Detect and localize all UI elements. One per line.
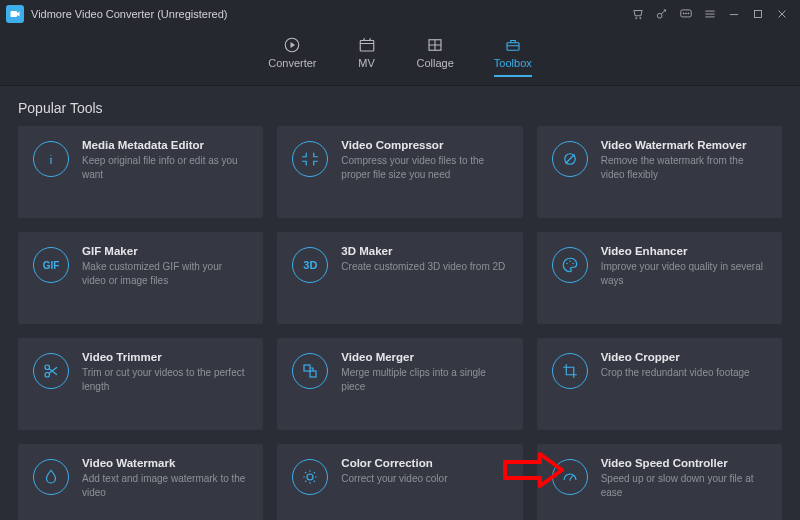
tool-desc: Add text and image watermark to the vide…: [82, 472, 248, 499]
tool-video-enhancer[interactable]: Video EnhancerImprove your video quality…: [537, 232, 782, 324]
gauge-icon: [552, 459, 588, 495]
scissors-icon: [33, 353, 69, 389]
tool-title: Video Cropper: [601, 351, 750, 363]
main-tabs: Converter MV Collage Toolbox: [0, 28, 800, 86]
tool-desc: Improve your video quality in several wa…: [601, 260, 767, 287]
svg-rect-19: [310, 371, 316, 377]
svg-point-11: [50, 155, 51, 156]
tool-video-merger[interactable]: Video MergerMerge multiple clips into a …: [277, 338, 522, 430]
palette-icon: [552, 247, 588, 283]
svg-rect-18: [304, 365, 310, 371]
svg-point-20: [307, 474, 313, 480]
tool-desc: Make customized GIF with your video or i…: [82, 260, 248, 287]
water-drop-icon: [33, 459, 69, 495]
tool-video-watermark[interactable]: Video WatermarkAdd text and image waterm…: [18, 444, 263, 520]
svg-rect-8: [360, 41, 374, 52]
tool-color-correction[interactable]: Color CorrectionCorrect your video color: [277, 444, 522, 520]
svg-point-5: [688, 13, 689, 14]
svg-point-17: [45, 373, 50, 378]
tool-video-cropper[interactable]: Video CropperCrop the redundant video fo…: [537, 338, 782, 430]
crop-icon: [552, 353, 588, 389]
feedback-icon[interactable]: [674, 0, 698, 28]
close-icon[interactable]: [770, 0, 794, 28]
tab-label: MV: [358, 57, 375, 69]
svg-rect-6: [755, 11, 762, 18]
tool-title: Video Watermark Remover: [601, 139, 767, 151]
tab-mv[interactable]: MV: [357, 36, 377, 77]
tool-title: Video Compressor: [341, 139, 507, 151]
svg-point-4: [686, 13, 687, 14]
tool-desc: Crop the redundant video footage: [601, 366, 750, 380]
tool-title: Video Merger: [341, 351, 507, 363]
tool-title: Color Correction: [341, 457, 447, 469]
cart-icon[interactable]: [626, 0, 650, 28]
svg-point-14: [569, 261, 571, 263]
tab-toolbox[interactable]: Toolbox: [494, 36, 532, 77]
tool-gif-maker[interactable]: GIF GIF MakerMake customized GIF with yo…: [18, 232, 263, 324]
tool-title: Video Trimmer: [82, 351, 248, 363]
tool-desc: Speed up or slow down your file at ease: [601, 472, 767, 499]
svg-point-16: [45, 365, 50, 370]
info-icon: [33, 141, 69, 177]
tool-title: Media Metadata Editor: [82, 139, 248, 151]
tool-video-speed-controller[interactable]: Video Speed ControllerSpeed up or slow d…: [537, 444, 782, 520]
tab-label: Toolbox: [494, 57, 532, 69]
svg-point-3: [683, 13, 684, 14]
tool-desc: Create customized 3D video from 2D: [341, 260, 505, 274]
tool-video-compressor[interactable]: Video CompressorCompress your video file…: [277, 126, 522, 218]
svg-point-15: [572, 263, 574, 265]
section-title: Popular Tools: [18, 100, 782, 116]
menu-icon[interactable]: [698, 0, 722, 28]
tool-title: 3D Maker: [341, 245, 505, 257]
tool-title: Video Speed Controller: [601, 457, 767, 469]
titlebar: Vidmore Video Converter (Unregistered): [0, 0, 800, 28]
tools-grid: Media Metadata EditorKeep original file …: [18, 126, 782, 520]
tool-desc: Correct your video color: [341, 472, 447, 486]
tool-video-trimmer[interactable]: Video TrimmerTrim or cut your videos to …: [18, 338, 263, 430]
gif-icon: GIF: [33, 247, 69, 283]
three-d-icon: 3D: [292, 247, 328, 283]
tool-title: Video Watermark: [82, 457, 248, 469]
tool-title: Video Enhancer: [601, 245, 767, 257]
svg-point-21: [569, 479, 571, 481]
tab-label: Converter: [268, 57, 316, 69]
app-logo: [6, 5, 24, 23]
key-icon[interactable]: [650, 0, 674, 28]
remove-watermark-icon: [552, 141, 588, 177]
tool-desc: Merge multiple clips into a single piece: [341, 366, 507, 393]
tab-converter[interactable]: Converter: [268, 36, 316, 77]
tool-3d-maker[interactable]: 3D 3D MakerCreate customized 3D video fr…: [277, 232, 522, 324]
merge-icon: [292, 353, 328, 389]
tool-desc: Compress your video files to the proper …: [341, 154, 507, 181]
svg-point-1: [657, 13, 662, 18]
tab-label: Collage: [417, 57, 454, 69]
svg-rect-0: [11, 11, 18, 17]
tool-media-metadata-editor[interactable]: Media Metadata EditorKeep original file …: [18, 126, 263, 218]
tool-title: GIF Maker: [82, 245, 248, 257]
maximize-icon[interactable]: [746, 0, 770, 28]
svg-rect-10: [507, 43, 519, 51]
window-title: Vidmore Video Converter (Unregistered): [31, 8, 227, 20]
tool-desc: Trim or cut your videos to the perfect l…: [82, 366, 248, 393]
tab-collage[interactable]: Collage: [417, 36, 454, 77]
tool-video-watermark-remover[interactable]: Video Watermark RemoverRemove the waterm…: [537, 126, 782, 218]
tool-desc: Keep original file info or edit as you w…: [82, 154, 248, 181]
minimize-icon[interactable]: [722, 0, 746, 28]
tool-desc: Remove the watermark from the video flex…: [601, 154, 767, 181]
svg-point-13: [566, 263, 568, 265]
sun-icon: [292, 459, 328, 495]
compress-icon: [292, 141, 328, 177]
